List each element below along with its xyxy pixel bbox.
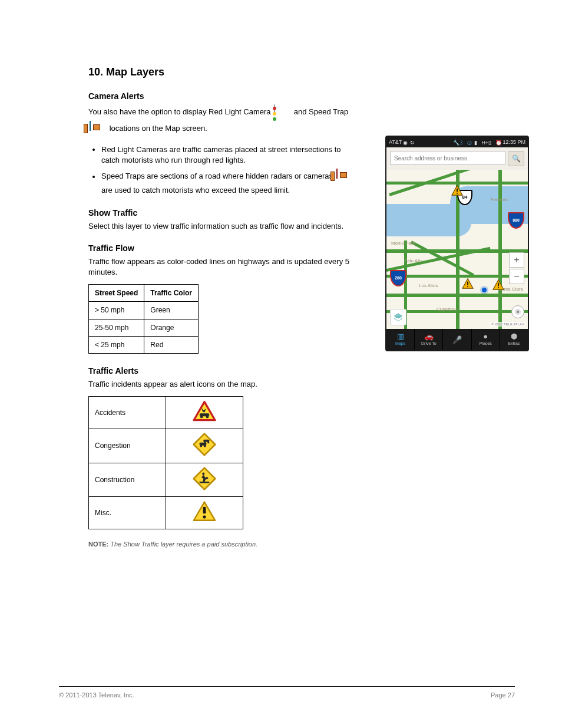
tab-label: Drive To — [421, 341, 437, 346]
svg-rect-19 — [457, 189, 458, 192]
svg-point-2 — [200, 416, 203, 419]
svg-point-10 — [204, 442, 206, 443]
misc-sign-icon — [166, 496, 243, 529]
traffic-alerts-heading: Traffic Alerts — [88, 365, 359, 377]
tab-label: Maps — [395, 341, 405, 346]
svg-point-8 — [204, 445, 206, 447]
traffic-alerts-table: Accidents Congestion Construction Misc. — [88, 396, 243, 529]
traffic-alerts-intro: Traffic incidents appear as alert icons … — [88, 379, 359, 390]
battery-icon: ▯ — [488, 139, 494, 145]
content-column: 10. Map Layers Camera Alerts You also ha… — [88, 65, 359, 549]
table-row: Construction — [89, 463, 243, 496]
show-traffic-intro: Select this layer to view traffic inform… — [88, 221, 359, 232]
current-location-dot — [482, 288, 487, 292]
map-credit: © 2011 TELE ATLAS — [490, 322, 525, 327]
copyright: © 2011-2013 Telenav, Inc. — [59, 691, 134, 700]
svg-rect-26 — [498, 287, 499, 288]
route-shield-880: 880 — [508, 212, 524, 229]
alert-label: Congestion — [89, 429, 166, 463]
page: 10. Map Layers Camera Alerts You also ha… — [0, 0, 562, 728]
search-bar: 🔍 — [386, 147, 528, 170]
voice-icon: 🎤 — [452, 336, 462, 344]
table-cell: Red — [144, 336, 199, 353]
carrier-label: AT&T — [389, 139, 402, 146]
tab-driveto[interactable]: 🚗Drive To — [414, 329, 442, 350]
table-row: 25-50 mphOrange — [89, 319, 199, 336]
table-cell: Orange — [144, 319, 199, 336]
maps-icon: ▥ — [397, 332, 404, 340]
flow-col-speed: Street Speed — [89, 285, 144, 302]
extras-icon: ⬢ — [511, 332, 517, 340]
show-traffic-heading: Show Traffic — [88, 207, 359, 219]
svg-point-3 — [206, 416, 209, 419]
table-cell: Green — [144, 302, 199, 319]
bullet-speed-trap: Speed Traps are sections of a road where… — [101, 169, 359, 196]
table-header-row: Street Speed Traffic Color — [89, 285, 199, 302]
page-number: Page 27 — [491, 691, 515, 700]
congestion-sign-icon — [166, 429, 243, 463]
alarm-icon: ⏰ — [495, 139, 501, 145]
table-row: Congestion — [89, 429, 243, 463]
accident-sign-icon — [166, 397, 243, 429]
layers-button[interactable] — [390, 309, 406, 325]
recenter-button[interactable] — [511, 305, 524, 318]
phone-frame: AT&T ◉ ↻ 🔧 ᛒ ◶ ▮ H+ ▯ ⏰ 12:35 PM 🔍 — [385, 136, 529, 351]
traffic-flow-heading: Traffic Flow — [88, 243, 359, 254]
table-cell: 25-50 mph — [89, 319, 144, 336]
camera-alerts-heading: Camera Alerts — [88, 91, 359, 102]
bullet-speed-trap-text: Speed Traps are sections of a road where… — [101, 172, 333, 181]
svg-point-7 — [200, 445, 202, 447]
phone-figure: AT&T ◉ ↻ 🔧 ᛒ ◶ ▮ H+ ▯ ⏰ 12:35 PM 🔍 — [385, 136, 527, 351]
gps-icon: ◉ — [403, 139, 409, 145]
traffic-alert-icon[interactable] — [492, 279, 504, 290]
tab-extras[interactable]: ⬢Extras — [500, 329, 528, 350]
table-row: > 50 mphGreen — [89, 302, 199, 319]
status-bar: AT&T ◉ ↻ 🔧 ᛒ ◶ ▮ H+ ▯ ⏰ 12:35 PM — [386, 137, 528, 147]
alert-label: Accidents — [89, 397, 166, 429]
bullet-speed-trap-suffix: are used to catch motorists who exceed t… — [101, 186, 290, 195]
camera-alerts-intro-a: You also have the option to display Red … — [88, 108, 271, 117]
road — [498, 170, 502, 329]
bottom-nav: ▥Maps🚗Drive To🎤●Places⬢Extras — [386, 329, 528, 350]
svg-rect-14 — [200, 482, 210, 483]
tab-places[interactable]: ●Places — [471, 329, 500, 350]
traffic-alert-icon[interactable] — [462, 278, 474, 289]
table-row: Misc. — [89, 496, 243, 529]
construction-sign-icon — [166, 463, 243, 496]
camera-alerts-intro: You also have the option to display Red … — [88, 104, 359, 137]
note-text: The Show Traffic layer requires a paid s… — [110, 541, 257, 548]
driveto-icon: 🚗 — [424, 332, 434, 340]
svg-rect-17 — [203, 515, 206, 518]
table-cell: > 50 mph — [89, 302, 144, 319]
footer-rule — [59, 686, 515, 687]
sync-icon: ↻ — [410, 139, 416, 145]
city-label: Fremont — [490, 197, 508, 203]
camera-alerts-bullets: Red Light Cameras are traffic cameras pl… — [88, 144, 359, 196]
svg-marker-27 — [394, 314, 402, 318]
table-row: < 25 mphRed — [89, 336, 199, 353]
zoom-out-button[interactable]: − — [509, 269, 524, 284]
traffic-flow-intro: Traffic flow appears as color-coded line… — [88, 256, 359, 277]
note: NOTE: The Show Traffic layer requires a … — [88, 540, 359, 549]
tab-maps[interactable]: ▥Maps — [386, 329, 414, 350]
chapter-heading: 10. Map Layers — [88, 65, 359, 79]
alert-label: Construction — [89, 463, 166, 496]
traffic-flow-table: Street Speed Traffic Color > 50 mphGreen… — [88, 284, 199, 354]
speed-trap-icon — [90, 121, 106, 137]
tab-label: Extras — [508, 341, 520, 346]
search-button[interactable]: 🔍 — [508, 151, 524, 166]
search-input[interactable] — [390, 151, 505, 165]
svg-point-13 — [202, 472, 204, 475]
wrench-icon: 🔧 — [453, 139, 459, 145]
tab-voice[interactable]: 🎤 — [442, 329, 471, 350]
camera-alerts-intro-b: and Speed Trap — [294, 108, 349, 117]
svg-point-11 — [207, 442, 209, 443]
note-label: NOTE: — [88, 541, 108, 548]
traffic-alert-icon[interactable] — [451, 185, 463, 196]
time-label: 12:35 PM — [503, 139, 525, 146]
map-canvas[interactable]: Fremont Menlo Park Palo Alto Los Altos S… — [386, 170, 528, 329]
svg-rect-16 — [203, 507, 206, 513]
zoom-in-button[interactable]: + — [509, 252, 524, 268]
city-label: Los Altos — [419, 283, 438, 289]
svg-rect-25 — [498, 283, 499, 286]
